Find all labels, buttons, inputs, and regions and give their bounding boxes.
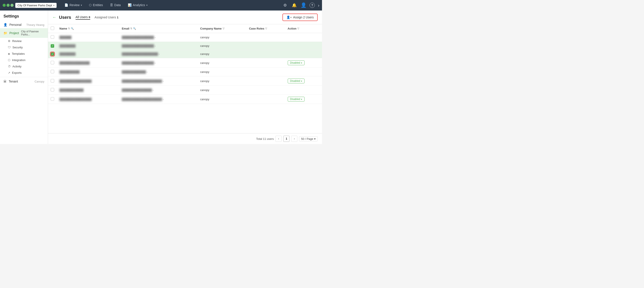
row-action-4: Disabled▾ [285,58,322,68]
row-checkbox-2[interactable]: ✓ [51,44,54,48]
per-page-selector[interactable]: 50 / Page ▾ [299,136,318,141]
row-checkbox-3[interactable]: ✓ [51,52,54,56]
table-row: ✓ ████████ ██████████████████ · canopy [48,50,322,58]
entities-icon: ⬡ [89,3,92,7]
row-company-2: canopy [198,42,246,50]
case-roles-filter-icon[interactable]: ▽ [265,27,267,30]
row-company-8: canopy [198,95,246,104]
help-icon[interactable]: ? [310,3,315,8]
row-action-5 [285,68,322,76]
nav-item-data[interactable]: 🗄 Data [106,0,124,11]
row-checkbox-4[interactable] [51,61,54,64]
row-email-3: ██████████████████ · [119,50,198,58]
row-case-roles-7 [246,86,285,95]
row-checkbox-7[interactable] [51,88,54,91]
row-case-roles-4 [246,58,285,68]
more-icon[interactable]: › [318,3,320,8]
disabled-badge-8[interactable]: Disabled▾ [288,97,305,101]
table-footer: Total 11 users ‹ 1 › 50 / Page ▾ [48,133,322,144]
email-filter-icon[interactable]: 🔍 [133,27,136,30]
app-logo [2,4,14,7]
table-row: ████████████████ ████████████████████ · … [48,76,322,86]
row-checkbox-cell [48,76,57,86]
data-icon: 🗄 [110,3,113,7]
logo-dot-2 [6,4,10,7]
nav-entities-label: Entities [93,3,103,7]
sidebar-item-personal[interactable]: 👤 Personal Theary Heang [0,21,48,28]
row-company-7: canopy [198,86,246,95]
sidebar-security-label: Security [12,46,23,49]
table-header-row: Name ⇅ 🔍 Email ⇅ 🔍 [48,24,322,33]
name-filter-icon[interactable]: 🔍 [71,27,74,30]
sidebar-item-integration[interactable]: ⬡ Integration [0,57,48,63]
table-row: ██████████ ████████████ · canopy [48,68,322,76]
nav-item-analytics[interactable]: 📊 Analytics ▾ [124,0,151,11]
assign-users-button[interactable]: 👤+ Assign 2 Users [282,14,318,21]
tenant-label: Tenant [9,80,32,83]
review-sub-icon: ⚙ [8,39,10,43]
row-name-8: ████████████████ [57,95,119,104]
row-checkbox-5[interactable] [51,70,54,73]
company-filter-icon[interactable]: ▽ [222,27,224,30]
sidebar-item-review[interactable]: ⚙ Review [0,38,48,44]
tenant-icon: 🏛 [4,80,6,83]
disabled-badge-chevron: ▾ [301,98,302,100]
tab-assigned-users[interactable]: Assigned Users 1 [94,15,118,20]
pagination-page-1[interactable]: 1 [283,136,290,142]
notifications-icon[interactable]: 🔔 [291,2,297,8]
pagination-prev[interactable]: ‹ [276,136,282,142]
sidebar-item-project[interactable]: 📁 Project City of Pawnee Parks... [0,28,48,38]
project-value: City of Pawnee Parks... [21,30,44,36]
assign-users-icon: 👤+ [286,16,292,19]
row-checkbox-1[interactable] [51,35,54,39]
row-company-6: canopy [198,76,246,86]
sidebar-review-label: Review [12,39,22,43]
sidebar-title: Settings [0,14,48,21]
table-row: ████████████████ ████████████████████ · … [48,95,322,104]
tab-group: All Users 8 Assigned Users 1 [76,15,118,20]
row-checkbox-8[interactable] [51,97,54,101]
tab-all-users[interactable]: All Users 8 [76,15,90,20]
sidebar-item-exports[interactable]: ↗ Exports [0,70,48,76]
sidebar-item-templates[interactable]: ◈ Templates [0,51,48,57]
security-icon: 🛡 [8,46,11,49]
name-sort-icon[interactable]: ⇅ [68,27,70,30]
row-email-2: ████████████████ · [119,42,198,50]
row-name-6: ████████████████ [57,76,119,86]
row-action-1 [285,33,322,42]
main-layout: Settings 👤 Personal Theary Heang 📁 Proje… [0,11,322,144]
sidebar-item-activity[interactable]: ⏱ Activity [0,63,48,70]
disabled-badge-4[interactable]: Disabled▾ [288,60,305,65]
tab-assigned-users-label: Assigned Users [94,16,116,19]
nav-items: 📄 Review ▾ ⬡ Entities 🗄 Data 📊 Analytics… [61,0,282,11]
org-selector[interactable]: City Of Pawnee Parks Dept ▾ [15,3,56,8]
account-icon[interactable]: 👤 [300,2,306,8]
sidebar-templates-label: Templates [12,52,25,55]
nav-item-entities[interactable]: ⬡ Entities [86,0,106,11]
row-case-roles-3 [246,50,285,58]
settings-icon[interactable]: ⚙ [282,2,288,8]
sidebar-exports-label: Exports [12,71,22,74]
analytics-chevron: ▾ [146,4,148,6]
exports-icon: ↗ [8,71,10,74]
select-all-checkbox[interactable] [51,27,54,30]
sidebar-item-tenant[interactable]: 🏛 Tenant Canopy [0,78,48,85]
table-row: ██████ ████████████████ · canopy [48,33,322,42]
checkmark-icon: ✓ [52,53,54,56]
nav-item-review[interactable]: 📄 Review ▾ [61,0,86,11]
project-folder-icon: 📁 [4,31,7,35]
checkmark-icon: ✓ [52,44,54,47]
topnav-right-actions: ⚙ 🔔 👤 ? › [282,2,320,8]
disabled-badge-6[interactable]: Disabled▾ [288,79,305,83]
pagination-next[interactable]: › [291,136,297,142]
templates-icon: ◈ [8,52,10,55]
row-checkbox-cell: ✓ [48,42,57,50]
row-checkbox-cell [48,86,57,95]
action-filter-icon[interactable]: ▽ [297,27,299,30]
email-sort-icon[interactable]: ⇅ [130,27,132,30]
review-icon: 📄 [64,3,68,7]
back-button[interactable]: ← [52,15,56,20]
sidebar-activity-label: Activity [12,65,22,68]
sidebar-item-security[interactable]: 🛡 Security [0,44,48,51]
row-checkbox-6[interactable] [51,79,54,82]
